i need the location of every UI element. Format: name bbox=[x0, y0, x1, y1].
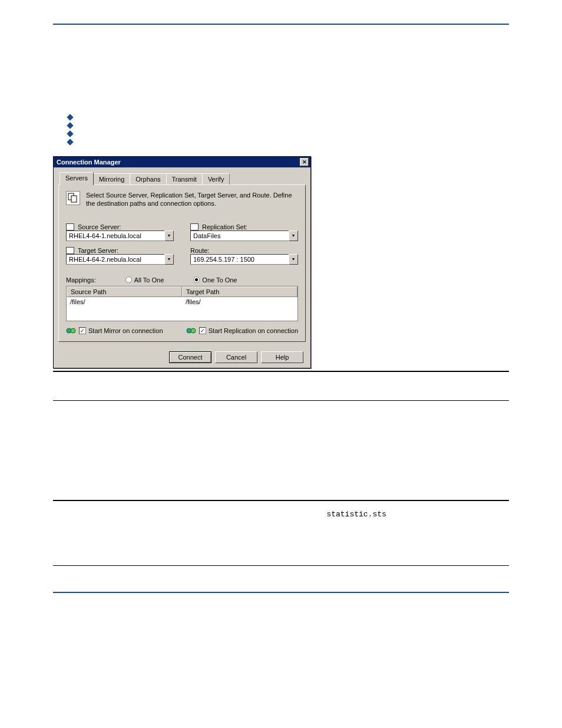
start-replication-label: Start Replication on connection bbox=[209, 327, 298, 334]
target-server-input[interactable] bbox=[66, 254, 164, 265]
source-server-label: Source Server: bbox=[66, 223, 174, 230]
hidden-paragraph bbox=[53, 34, 509, 106]
replication-icon bbox=[186, 326, 197, 335]
tab-strip: Servers Mirroring Orphans Transmit Verif… bbox=[54, 167, 310, 185]
replication-set-input[interactable] bbox=[190, 230, 289, 241]
divider bbox=[53, 500, 509, 501]
help-button[interactable]: Help bbox=[261, 351, 303, 363]
source-server-input[interactable] bbox=[66, 230, 164, 241]
divider bbox=[53, 400, 509, 401]
start-mirror-checkbox[interactable]: ✓ bbox=[79, 327, 86, 334]
dialog-button-row: Connect Cancel Help bbox=[54, 347, 310, 368]
mappings-label: Mappings: bbox=[66, 276, 96, 284]
dropdown-icon[interactable]: ▼ bbox=[289, 230, 298, 241]
radio-icon bbox=[193, 276, 200, 283]
bullet-list bbox=[68, 115, 509, 144]
tab-panel-servers: Select Source Server, Replication Set, T… bbox=[58, 185, 306, 342]
route-label: Route: bbox=[190, 247, 298, 254]
titlebar: Connection Manager ✕ bbox=[54, 157, 310, 167]
close-icon[interactable]: ✕ bbox=[300, 158, 309, 166]
route-input[interactable] bbox=[190, 254, 289, 265]
svg-rect-1 bbox=[71, 196, 77, 202]
page-bottom-rule bbox=[53, 592, 509, 593]
tab-description: Select Source Server, Replication Set, T… bbox=[86, 191, 298, 208]
start-replication-checkbox[interactable]: ✓ bbox=[199, 327, 206, 334]
code-sample-row: statistic.sts bbox=[53, 510, 509, 519]
source-path-cell[interactable]: /files/ bbox=[67, 297, 182, 307]
dropdown-icon[interactable]: ▼ bbox=[289, 254, 298, 265]
col-target-path[interactable]: Target Path bbox=[182, 286, 297, 297]
target-server-label: Target Server: bbox=[66, 247, 174, 254]
tab-orphans[interactable]: Orphans bbox=[130, 173, 166, 185]
servers-icon bbox=[66, 191, 80, 205]
dropdown-icon[interactable]: ▼ bbox=[164, 230, 174, 241]
start-mirror-label: Start Mirror on connection bbox=[88, 327, 163, 334]
mappings-table: Source Path Target Path /files/ /files/ bbox=[66, 286, 298, 321]
tab-verify[interactable]: Verify bbox=[202, 173, 230, 185]
target-path-cell[interactable]: /files/ bbox=[182, 297, 297, 307]
radio-one-to-one[interactable]: One To One bbox=[193, 276, 237, 284]
tab-transmit[interactable]: Transmit bbox=[166, 173, 203, 185]
radio-icon bbox=[125, 276, 132, 283]
divider bbox=[53, 565, 509, 566]
code-text: statistic.sts bbox=[326, 510, 386, 519]
connection-manager-dialog: Connection Manager ✕ Servers Mirroring O… bbox=[53, 156, 311, 368]
connect-button[interactable]: Connect bbox=[169, 351, 211, 363]
cancel-button[interactable]: Cancel bbox=[215, 351, 257, 363]
diamond-icon bbox=[67, 139, 73, 145]
col-source-path[interactable]: Source Path bbox=[67, 286, 182, 297]
repset-icon bbox=[190, 223, 199, 230]
tab-mirroring[interactable]: Mirroring bbox=[93, 173, 130, 185]
server-icon bbox=[66, 223, 74, 230]
replication-set-label: Replication Set: bbox=[190, 223, 298, 230]
svg-point-5 bbox=[191, 328, 196, 333]
radio-all-to-one[interactable]: All To One bbox=[125, 276, 164, 284]
dropdown-icon[interactable]: ▼ bbox=[164, 254, 174, 265]
divider bbox=[53, 371, 509, 372]
page-top-rule bbox=[53, 24, 509, 25]
svg-point-3 bbox=[71, 328, 75, 333]
tab-servers[interactable]: Servers bbox=[59, 172, 94, 185]
diamond-icon bbox=[67, 114, 73, 120]
server-icon bbox=[66, 247, 74, 254]
mirror-icon bbox=[66, 326, 77, 335]
dialog-title: Connection Manager bbox=[57, 159, 121, 166]
diamond-icon bbox=[67, 130, 73, 137]
diamond-icon bbox=[67, 122, 73, 129]
